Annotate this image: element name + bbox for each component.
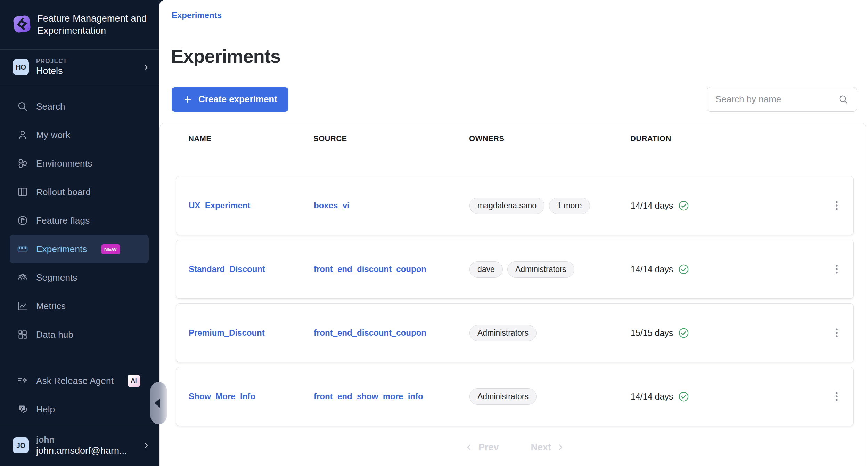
user-menu[interactable]: JO john john.arnsdorf@harn...	[0, 425, 159, 466]
segments-icon	[17, 272, 28, 283]
user-avatar: JO	[13, 437, 29, 453]
next-page-button[interactable]: Next	[531, 442, 565, 453]
sidebar-item-segments[interactable]: Segments	[10, 263, 149, 292]
app-root: Feature Management and Experimentation H…	[0, 0, 868, 466]
row-actions-kebab-button[interactable]	[829, 322, 844, 344]
sidebar: Feature Management and Experimentation H…	[0, 0, 159, 466]
chevron-right-icon	[142, 63, 150, 71]
project-label: PROJECT	[36, 58, 67, 65]
chevron-right-icon	[556, 443, 565, 452]
sidebar-item-ask-release-agent[interactable]: Ask Release Agent AI	[10, 367, 149, 395]
duration-cell: 14/14 days	[631, 200, 825, 211]
experiment-name-link[interactable]: Standard_Discount	[189, 264, 265, 274]
create-experiment-button[interactable]: Create experiment	[172, 87, 288, 112]
owner-pill: Administrators	[469, 325, 537, 341]
sidebar-item-label: Segments	[36, 272, 77, 283]
sidebar-item-label: Help	[36, 404, 55, 415]
experiment-row: Standard_Discount front_end_discount_cou…	[176, 240, 854, 299]
duration-value: 15/15 days	[631, 328, 673, 338]
sidebar-collapse-handle[interactable]	[150, 382, 167, 424]
sidebar-item-my-work[interactable]: My work	[10, 121, 149, 149]
row-actions-kebab-button[interactable]	[829, 194, 844, 217]
column-header-name: NAME	[188, 134, 313, 143]
user-email: john.arnsdorf@harn...	[36, 445, 127, 456]
duration-cell: 14/14 days	[631, 264, 825, 275]
sidebar-item-label: Search	[36, 101, 65, 112]
experiment-row: Show_More_Info front_end_show_more_info …	[176, 367, 854, 426]
feature-flags-icon	[17, 215, 28, 226]
metrics-icon	[17, 300, 28, 312]
sidebar-item-label: Metrics	[36, 301, 66, 312]
experiment-source-link[interactable]: front_end_discount_coupon	[314, 328, 426, 338]
sidebar-item-search[interactable]: Search	[10, 92, 149, 121]
experiment-name-link[interactable]: UX_Experiment	[189, 201, 250, 210]
column-header-source: SOURCE	[313, 134, 469, 143]
experiment-row: Premium_Discount front_end_discount_coup…	[176, 303, 854, 362]
search-input[interactable]	[715, 94, 838, 105]
app-brand[interactable]: Feature Management and Experimentation	[0, 0, 159, 49]
breadcrumb[interactable]: Experiments	[172, 10, 222, 20]
check-circle-icon	[678, 264, 689, 275]
duration-cell: 15/15 days	[631, 327, 825, 339]
duration-value: 14/14 days	[631, 264, 673, 274]
sidebar-item-help[interactable]: ? Help	[10, 395, 149, 424]
experiment-source-link[interactable]: boxes_vi	[314, 201, 350, 210]
prev-page-button[interactable]: Prev	[465, 442, 499, 453]
sidebar-item-label: Data hub	[36, 329, 73, 340]
data-hub-icon	[17, 329, 28, 340]
row-actions-kebab-button[interactable]	[829, 258, 844, 280]
search-box	[707, 87, 857, 112]
sidebar-item-experiments[interactable]: Experiments NEW	[10, 235, 149, 263]
duration-value: 14/14 days	[631, 392, 673, 402]
chevron-left-icon	[155, 399, 160, 408]
experiment-name-link[interactable]: Premium_Discount	[189, 328, 265, 338]
user-name: john	[36, 435, 127, 445]
owner-pill: Administrators	[469, 388, 537, 405]
experiment-row: UX_Experiment boxes_vi magdalena.sano1 m…	[176, 176, 854, 235]
experiments-panel: NAMESOURCEOWNERSDURATION UX_Experiment b…	[159, 123, 866, 466]
experiment-name-link[interactable]: Show_More_Info	[189, 392, 255, 401]
rollout-board-icon	[17, 186, 28, 198]
duration-value: 14/14 days	[631, 201, 673, 211]
sidebar-item-feature-flags[interactable]: Feature flags	[10, 206, 149, 235]
search-icon[interactable]	[838, 94, 849, 105]
new-badge: NEW	[101, 244, 120, 254]
owner-pill[interactable]: 1 more	[549, 198, 590, 214]
sidebar-item-label: Rollout board	[36, 187, 91, 198]
sidebar-item-label: Ask Release Agent	[36, 376, 114, 386]
duration-cell: 14/14 days	[631, 391, 825, 402]
sidebar-item-label: Feature flags	[36, 215, 90, 226]
plus-icon	[183, 95, 193, 104]
sidebar-item-label: Environments	[36, 158, 92, 169]
row-actions-kebab-button[interactable]	[829, 385, 844, 408]
column-header-duration: DURATION	[630, 134, 825, 143]
experiment-source-link[interactable]: front_end_show_more_info	[314, 392, 423, 401]
sidebar-item-environments[interactable]: Environments	[10, 149, 149, 178]
sidebar-nav-tools: Ask Release Agent AI ? Help	[0, 359, 159, 424]
help-icon: ?	[17, 403, 28, 415]
sidebar-item-rollout-board[interactable]: Rollout board	[10, 178, 149, 206]
check-circle-icon	[678, 327, 689, 339]
ai-badge: AI	[128, 375, 140, 387]
sidebar-nav-main: Search My work Environments Rollout boar…	[0, 85, 159, 349]
svg-text:?: ?	[20, 405, 23, 411]
app-title: Feature Management and Experimentation	[37, 13, 151, 37]
chevron-left-icon	[465, 443, 474, 452]
sidebar-item-metrics[interactable]: Metrics	[10, 292, 149, 320]
project-selector[interactable]: HO PROJECT Hotels	[0, 50, 159, 85]
owners-cell: daveAdministrators	[469, 261, 631, 278]
owners-cell: magdalena.sano1 more	[469, 198, 631, 214]
column-header-owners: OWNERS	[469, 134, 630, 143]
table-body: UX_Experiment boxes_vi magdalena.sano1 m…	[176, 176, 854, 431]
experiment-source-link[interactable]: front_end_discount_coupon	[314, 264, 426, 274]
sparkle-icon	[17, 375, 28, 387]
sidebar-item-label: Experiments	[36, 244, 87, 255]
sidebar-item-data-hub[interactable]: Data hub	[10, 320, 149, 349]
owner-pill: Administrators	[507, 261, 574, 278]
app-logo-icon	[12, 14, 32, 35]
page-title: Experiments	[171, 45, 868, 67]
project-avatar: HO	[13, 59, 29, 75]
sidebar-item-label: My work	[36, 130, 70, 140]
table-header-row: NAMESOURCEOWNERSDURATION	[176, 123, 854, 176]
check-circle-icon	[678, 391, 689, 402]
